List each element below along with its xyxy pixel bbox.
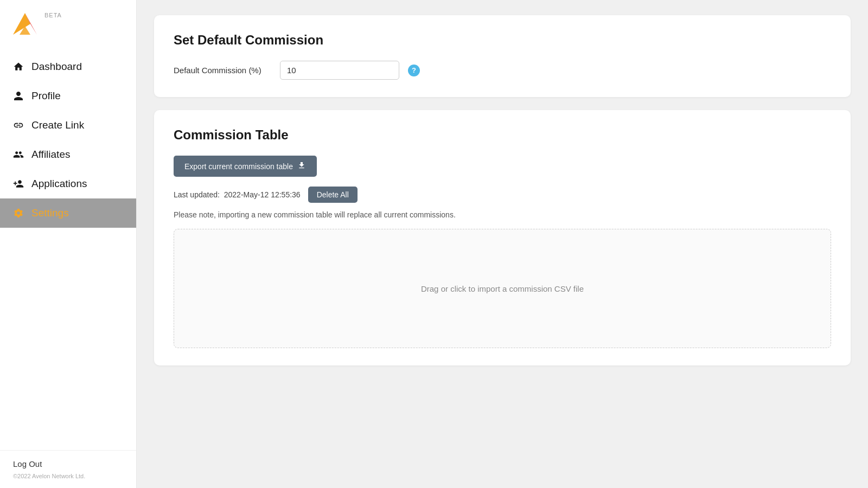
profile-label: Profile bbox=[31, 90, 61, 102]
link-icon bbox=[13, 120, 24, 131]
commission-field-label: Default Commission (%) bbox=[174, 66, 271, 75]
sidebar-item-settings[interactable]: Settings bbox=[0, 198, 136, 228]
person-icon bbox=[13, 91, 24, 101]
commission-input[interactable] bbox=[280, 61, 399, 80]
gear-icon bbox=[13, 208, 24, 219]
csv-drop-zone[interactable]: Drag or click to import a commission CSV… bbox=[174, 229, 831, 348]
sidebar-item-affiliates[interactable]: Affiliates bbox=[0, 140, 136, 169]
default-commission-card: Set Default Commission Default Commissio… bbox=[154, 15, 851, 97]
drop-zone-text: Drag or click to import a commission CSV… bbox=[421, 284, 584, 293]
last-updated-prefix: Last updated: bbox=[174, 190, 220, 199]
copyright-text: ©2022 Avelon Network Ltd. bbox=[13, 473, 123, 479]
app-logo bbox=[11, 10, 39, 38]
person-add-icon bbox=[13, 178, 24, 189]
sidebar-nav: Dashboard Profile Create Link Affiliates… bbox=[0, 47, 136, 450]
commission-form-row: Default Commission (%) ? bbox=[174, 61, 831, 80]
export-button[interactable]: Export current commission table bbox=[174, 156, 317, 177]
delete-all-button[interactable]: Delete All bbox=[308, 187, 358, 203]
sidebar-item-dashboard[interactable]: Dashboard bbox=[0, 52, 136, 81]
sidebar: BETA Dashboard Profile Create Link Affil… bbox=[0, 0, 137, 488]
home-icon bbox=[13, 61, 24, 72]
create-link-label: Create Link bbox=[31, 119, 84, 131]
main-content: Set Default Commission Default Commissio… bbox=[137, 0, 868, 488]
last-updated-text: Last updated: 2022-May-12 12:55:36 bbox=[174, 190, 301, 199]
import-note: Please note, importing a new commission … bbox=[174, 210, 831, 219]
commission-table-title: Commission Table bbox=[174, 127, 831, 143]
default-commission-title: Set Default Commission bbox=[174, 33, 831, 48]
export-button-label: Export current commission table bbox=[184, 162, 293, 171]
group-icon bbox=[13, 149, 24, 160]
sidebar-item-profile[interactable]: Profile bbox=[0, 81, 136, 111]
last-updated-row: Last updated: 2022-May-12 12:55:36 Delet… bbox=[174, 187, 831, 203]
logout-link[interactable]: Log Out bbox=[13, 459, 123, 468]
export-icon bbox=[297, 161, 306, 171]
sidebar-footer: Log Out ©2022 Avelon Network Ltd. bbox=[0, 450, 136, 488]
help-icon[interactable]: ? bbox=[408, 65, 420, 76]
sidebar-item-applications[interactable]: Applications bbox=[0, 169, 136, 198]
last-updated-value: 2022-May-12 12:55:36 bbox=[224, 190, 301, 199]
logo-area: BETA bbox=[0, 0, 136, 47]
sidebar-item-create-link[interactable]: Create Link bbox=[0, 111, 136, 140]
affiliates-label: Affiliates bbox=[31, 149, 70, 160]
applications-label: Applications bbox=[31, 178, 87, 190]
dashboard-label: Dashboard bbox=[31, 61, 82, 73]
settings-label: Settings bbox=[31, 207, 69, 219]
commission-table-card: Commission Table Export current commissi… bbox=[154, 110, 851, 365]
beta-badge: BETA bbox=[44, 12, 62, 18]
